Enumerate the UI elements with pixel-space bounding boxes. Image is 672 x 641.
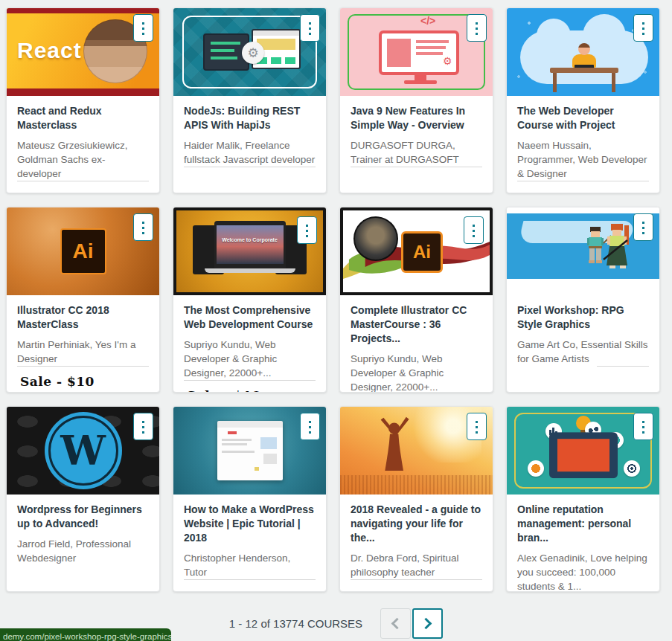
next-page-button[interactable]: [412, 608, 443, 639]
course-title: Illustrator CC 2018 MasterClass: [17, 303, 149, 332]
gear-icon: ⚙: [443, 56, 452, 66]
pixel-characters-illustration: [581, 222, 633, 282]
laptop-base-illustration: [205, 268, 295, 273]
course-card[interactable]: Online reputation management: personal b…: [506, 406, 660, 592]
course-title: Online reputation management: personal b…: [517, 503, 649, 545]
course-thumbnail[interactable]: [507, 8, 659, 96]
card-body: NodeJs: Building REST APIS With HapiJs H…: [173, 96, 326, 167]
course-instructor: Supriyo Kundu, Web Developer & Graphic D…: [184, 338, 316, 380]
course-title: Java 9 New Features In Simple Way - Over…: [351, 104, 482, 132]
card-body: Java 9 New Features In Simple Way - Over…: [340, 96, 493, 167]
card-body: Wordpress for Beginners up to Advanced! …: [7, 495, 159, 565]
course-card[interactable]: W Wordpress for Beginners up to Advanced…: [6, 406, 160, 592]
kebab-menu-icon[interactable]: [297, 216, 317, 244]
course-card[interactable]: Ai Illustrator CC 2018 MasterClass Marti…: [6, 207, 160, 393]
react-logo-text: React: [17, 38, 82, 63]
instructor-photo: [353, 216, 398, 261]
card-body: Pixel Workshop: RPG Style Graphics Game …: [507, 295, 659, 366]
price-area: [507, 367, 659, 393]
kebab-menu-icon[interactable]: [133, 413, 153, 440]
card-body: React and Redux Masterclass Mateusz Grze…: [7, 96, 159, 181]
course-card[interactable]: React React and Redux Masterclass Mateus…: [6, 7, 160, 193]
kebab-menu-icon[interactable]: [633, 213, 653, 241]
kebab-menu-icon[interactable]: [464, 216, 484, 244]
price-area: [7, 566, 159, 592]
course-title: 2018 Revealed - a guide to navigating yo…: [351, 503, 482, 545]
price-area: [340, 167, 493, 193]
card-body: The Web Developer Course with Project Na…: [507, 96, 659, 181]
course-instructor: Martin Perhiniak, Yes I'm a Designer: [17, 338, 149, 366]
course-title: How to Make a WordPress Website | Epic T…: [184, 503, 316, 545]
course-title: Wordpress for Beginners up to Advanced!: [17, 503, 149, 531]
desk-illustration: [550, 68, 618, 73]
course-thumbnail[interactable]: Ai: [340, 207, 493, 295]
course-title: NodeJs: Building REST APIS With HapiJs: [184, 104, 316, 132]
pagination-buttons: [380, 608, 443, 639]
course-thumbnail[interactable]: W: [7, 407, 159, 495]
kebab-menu-icon[interactable]: [467, 413, 487, 440]
course-instructor: Jarrod Field, Professional Webdesigner: [17, 537, 149, 565]
kebab-menu-icon[interactable]: [133, 14, 153, 42]
price-area: [340, 580, 493, 592]
code-tag-text: </>: [420, 15, 435, 27]
course-thumbnail[interactable]: [173, 407, 326, 495]
kebab-menu-icon[interactable]: [633, 413, 653, 440]
card-body: The Most Comprehensive Web Development C…: [173, 295, 326, 380]
laptop-illustration: Welcome to Corporate: [214, 221, 286, 268]
course-thumbnail[interactable]: [507, 407, 659, 495]
course-price: Sale - $10: [187, 388, 261, 393]
kebab-menu-icon[interactable]: [300, 14, 320, 42]
price-area: [507, 181, 659, 193]
target-icon: [624, 460, 640, 477]
illustrator-logo: Ai: [401, 231, 443, 273]
course-instructor: DURGASOFT DURGA, Trainer at DURGASOFT: [351, 138, 482, 167]
card-body: Online reputation management: personal b…: [507, 495, 659, 592]
card-body: 2018 Revealed - a guide to navigating yo…: [340, 495, 493, 579]
person-illustration: [572, 54, 596, 68]
kebab-menu-icon[interactable]: [633, 14, 653, 42]
course-card[interactable]: ⚙ NodeJs: Building REST APIS With HapiJs…: [173, 7, 327, 193]
prev-page-button[interactable]: [380, 608, 411, 639]
kebab-menu-icon[interactable]: [467, 14, 487, 42]
pagination-summary: 1 - 12 of 13774 COURSES: [229, 617, 362, 630]
course-thumbnail[interactable]: [507, 207, 659, 295]
course-card[interactable]: Ai Complete Illustrator CC MasterCourse …: [339, 207, 493, 393]
course-instructor: Supriyo Kundu, Web Developer & Graphic D…: [351, 352, 482, 393]
course-instructor: Alex Genadinik, Love helping you succeed…: [517, 551, 649, 592]
course-thumbnail[interactable]: </> ⚙: [340, 8, 493, 96]
kebab-menu-icon[interactable]: [133, 213, 153, 241]
illustrator-logo: Ai: [60, 228, 106, 274]
course-card[interactable]: Pixel Workshop: RPG Style Graphics Game …: [506, 207, 660, 393]
kebab-menu-icon[interactable]: [300, 413, 320, 440]
course-instructor: Haider Malik, Freelance fullstack Javasc…: [184, 138, 316, 167]
price-area: Sale - $10: [173, 381, 326, 393]
course-title: React and Redux Masterclass: [17, 104, 149, 132]
card-body: Complete Illustrator CC MasterCourse : 3…: [340, 295, 493, 393]
course-card[interactable]: The Web Developer Course with Project Na…: [506, 7, 660, 193]
gear-icon: ⚙: [242, 42, 264, 64]
course-thumbnail[interactable]: React: [7, 8, 159, 96]
course-thumbnail[interactable]: ⚙: [173, 8, 326, 96]
course-card[interactable]: How to Make a WordPress Website | Epic T…: [173, 406, 327, 592]
course-thumbnail[interactable]: [340, 407, 493, 495]
monitor-illustration: [379, 30, 459, 75]
course-thumbnail[interactable]: Ai: [7, 207, 159, 295]
course-title: Complete Illustrator CC MasterCourse : 3…: [351, 303, 482, 346]
course-instructor: Christopher Henderson, Tutor: [184, 551, 316, 579]
orange-dot-icon: [528, 460, 544, 477]
course-thumbnail[interactable]: Welcome to Corporate: [173, 207, 326, 295]
course-instructor: Dr. Debra Ford, Spiritual philosophy tea…: [351, 551, 482, 579]
laptop-screen-text: Welcome to Corporate: [214, 237, 286, 242]
card-body: Illustrator CC 2018 MasterClass Martin P…: [7, 295, 159, 366]
course-card[interactable]: </> ⚙ Java 9 New Features In Simple Way …: [339, 7, 493, 193]
course-card[interactable]: 2018 Revealed - a guide to navigating yo…: [339, 406, 493, 592]
course-instructor: Naeem Hussain, Programmer, Web Developer…: [517, 138, 649, 181]
course-grid: React React and Redux Masterclass Mateus…: [0, 0, 672, 592]
course-card[interactable]: Welcome to Corporate The Most Comprehens…: [173, 207, 327, 393]
wordpress-logo-icon: W: [45, 412, 122, 489]
woman-silhouette-illustration: [361, 414, 432, 485]
chevron-right-icon: [420, 618, 432, 630]
course-price: Sale - $10: [20, 374, 95, 389]
card-body: How to Make a WordPress Website | Epic T…: [173, 495, 326, 579]
course-instructor: Game Art Co, Essential Skills for Game A…: [517, 338, 649, 366]
